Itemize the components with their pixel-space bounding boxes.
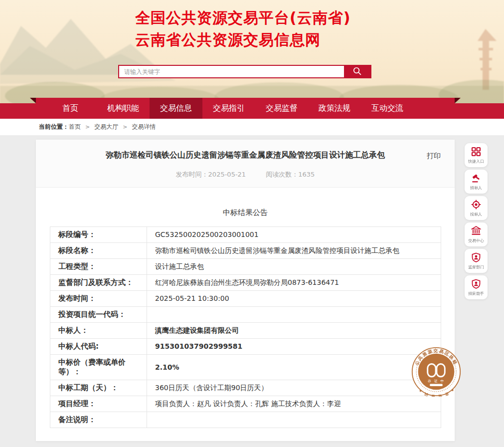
nav-ribbon-fold-left — [30, 98, 36, 103]
blockchain-seal: 公共资源交易区块链 ★ 存 证 标 识 ★ 存 证 中 — [411, 347, 461, 397]
sidebar-item-label: 招采助手 — [466, 291, 486, 296]
row-label: 项目经理： — [50, 396, 147, 412]
search-input[interactable] — [119, 66, 344, 77]
row-label: 中标人代码: — [50, 339, 147, 355]
nav-item-4[interactable]: 交易指引 — [202, 98, 255, 119]
row-value: 2025-05-21 10:30:00 — [147, 291, 441, 307]
row-value: 设计施工总承包 — [147, 259, 441, 275]
sidebar-item-label: 交易中心 — [466, 238, 486, 243]
seal-status-text: 存 证 中 — [428, 379, 445, 383]
shield-user-icon — [465, 252, 488, 262]
row-label: 备注说明： — [50, 412, 147, 428]
row-value: 弥勒市巡检司镇铁公山历史遗留涉镉等重金属废渣风险管控项目设计施工总承包 — [147, 243, 441, 259]
article-card: 弥勒市巡检司镇铁公山历史遗留涉镉等重金属废渣风险管控项目设计施工总承包 打印 发… — [36, 140, 455, 441]
sidebar-item-招采助手[interactable]: 招采助手 — [465, 275, 488, 299]
breadcrumb-links: 首页>交易大厅>交易详情 — [69, 123, 156, 131]
row-value: 2.10% — [147, 355, 441, 380]
table-row: 项目经理：项目负责人：赵凡 设计负责人：孔辉 施工技术负责人：李迎 — [50, 396, 441, 412]
print-button[interactable]: 打印 — [427, 152, 441, 161]
sidebar-item-label: 快捷入口 — [466, 159, 486, 164]
row-label: 工程类型： — [50, 259, 147, 275]
nav-item-2[interactable]: 机构职能 — [97, 98, 150, 119]
row-label: 中标价（费率或单价等）： — [50, 355, 147, 380]
row-label: 标段名称： — [50, 243, 147, 259]
seal-bar — [430, 384, 442, 387]
nav-item-5[interactable]: 交易监督 — [255, 98, 308, 119]
table-row: 中标人：滇鹰生态建设集团有限公司 — [50, 323, 441, 339]
publish-date: 发布时间：2025-05-21 — [176, 171, 246, 178]
row-value: 915301037902999581 — [147, 339, 441, 355]
bid-result-table: 标段编号：GC532500202500203001001标段名称：弥勒市巡检司镇… — [50, 226, 441, 428]
breadcrumb-link-3[interactable]: 交易详情 — [132, 123, 156, 130]
nav-item-3[interactable]: 交易信息 — [150, 98, 202, 119]
row-value — [147, 412, 441, 428]
article-card-header: 弥勒市巡检司镇铁公山历史遗留涉镉等重金属废渣风险管控项目设计施工总承包 打印 发… — [36, 140, 455, 188]
nav-item-7[interactable]: 互动交流 — [361, 98, 414, 119]
row-value — [147, 307, 441, 323]
row-value: GC532500202500203001001 — [147, 227, 441, 243]
gavel-icon — [465, 173, 488, 183]
sidebar-item-交易中心[interactable]: 交易中心 — [465, 223, 488, 246]
breadcrumb-prefix: 当前位置： — [39, 123, 69, 131]
row-value: 项目负责人：赵凡 设计负责人：孔辉 施工技术负责人：李迎 — [147, 396, 441, 412]
search-icon — [352, 66, 362, 77]
article-title: 弥勒市巡检司镇铁公山历史遗留涉镉等重金属废渣风险管控项目设计施工总承包 — [86, 140, 405, 160]
table-row: 中标价（费率或单价等）：2.10% — [50, 355, 441, 380]
nav-ribbon: 首页机构职能交易信息交易指引交易监督政策法规互动交流 — [36, 98, 455, 119]
announcement-title: 中标结果公告 — [36, 208, 455, 218]
breadcrumb-separator: > — [85, 124, 90, 130]
nav-item-1[interactable]: 首页 — [44, 98, 97, 119]
row-value: 360日历天（含设计工期90日历天） — [147, 380, 441, 396]
breadcrumb-link-1[interactable]: 首页 — [69, 123, 81, 130]
row-label: 投资项目统一代码： — [50, 307, 147, 323]
table-row: 备注说明： — [50, 412, 441, 428]
view-count: 阅读次数：1635 — [266, 171, 315, 178]
quick-access-sidebar: 快捷入口招标人投标人交易中心监督部门招采助手 — [465, 143, 488, 299]
table-row: 中标人代码:915301037902999581 — [50, 339, 441, 355]
site-title: 全国公共资源交易平台(云南省) 云南省公共资源交易信息网 — [135, 7, 350, 51]
main-nav: 首页机构职能交易信息交易指引交易监督政策法规互动交流 — [0, 98, 504, 119]
row-value: 滇鹰生态建设集团有限公司 — [147, 323, 441, 339]
article-card-body: 中标结果公告 标段编号：GC532500202500203001001标段名称：… — [36, 208, 455, 428]
sidebar-item-监督部门[interactable]: 监督部门 — [465, 249, 488, 273]
row-label: 监督部门及联系方式： — [50, 275, 147, 291]
table-row: 发布时间：2025-05-21 10:30:00 — [50, 291, 441, 307]
sidebar-item-label: 招标人 — [466, 185, 486, 191]
breadcrumb-separator: > — [123, 124, 127, 130]
grid-icon — [465, 147, 488, 157]
table-row: 标段编号：GC532500202500203001001 — [50, 227, 441, 243]
site-title-line2: 云南省公共资源交易信息网 — [135, 29, 350, 51]
article-meta: 发布时间：2025-05-21 阅读次数：1635 — [36, 170, 455, 179]
table-row: 标段名称：弥勒市巡检司镇铁公山历史遗留涉镉等重金属废渣风险管控项目设计施工总承包 — [50, 243, 441, 259]
nav-item-6[interactable]: 政策法规 — [308, 98, 361, 119]
row-label: 中标工期（天）： — [50, 380, 147, 396]
search-bar — [118, 65, 371, 78]
table-row: 工程类型：设计施工总承包 — [50, 259, 441, 275]
hero-header: 全国公共资源交易平台(云南省) 云南省公共资源交易信息网 首页机构职能交易信息交… — [0, 0, 504, 119]
nav-ribbon-fold-right — [455, 98, 461, 103]
target-icon — [465, 200, 488, 210]
search-button[interactable] — [344, 66, 370, 77]
shield-user-icon — [465, 279, 488, 289]
row-label: 中标人： — [50, 323, 147, 339]
row-label: 发布时间： — [50, 291, 147, 307]
site-title-line1: 全国公共资源交易平台(云南省) — [135, 7, 350, 29]
sidebar-item-label: 监督部门 — [466, 264, 486, 270]
row-value: 红河哈尼族彝族自治州生态环境局弥勒分局0873-6136471 — [147, 275, 441, 291]
sidebar-item-招标人[interactable]: 招标人 — [465, 170, 488, 194]
breadcrumb-link-2[interactable]: 交易大厅 — [94, 123, 118, 130]
table-row: 投资项目统一代码： — [50, 307, 441, 323]
table-row: 中标工期（天）：360日历天（含设计工期90日历天） — [50, 380, 441, 396]
page-content: 弥勒市巡检司镇铁公山历史遗留涉镉等重金属废渣风险管控项目设计施工总承包 打印 发… — [0, 135, 504, 447]
row-label: 标段编号： — [50, 227, 147, 243]
sidebar-item-快捷入口[interactable]: 快捷入口 — [465, 143, 488, 167]
sidebar-item-label: 投标人 — [466, 212, 486, 217]
table-row: 监督部门及联系方式：红河哈尼族彝族自治州生态环境局弥勒分局0873-613647… — [50, 275, 441, 291]
bank-icon — [465, 226, 488, 236]
sidebar-item-投标人[interactable]: 投标人 — [465, 196, 488, 220]
breadcrumb: 当前位置： 首页>交易大厅>交易详情 — [0, 119, 504, 135]
